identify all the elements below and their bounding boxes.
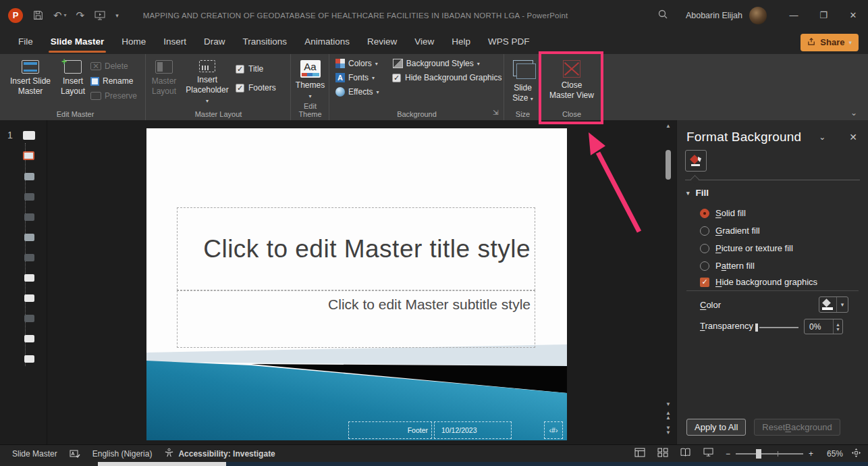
- color-dropdown-button[interactable]: ▾: [819, 296, 848, 313]
- tab-wps-pdf[interactable]: WPS PDF: [479, 30, 539, 54]
- layout-thumbnail[interactable]: [24, 294, 34, 302]
- tab-insert[interactable]: Insert: [155, 30, 195, 54]
- scroll-down-icon[interactable]: ▼: [663, 400, 674, 409]
- effects-button[interactable]: Effects▾: [335, 87, 379, 97]
- slide-sorter-icon[interactable]: [651, 448, 674, 459]
- spinner-arrows-icon[interactable]: ▲▼: [833, 319, 842, 334]
- colors-button[interactable]: Colors▾: [335, 59, 378, 68]
- pane-close-icon[interactable]: ✕: [843, 132, 859, 143]
- slide-size-button[interactable]: Slide Size ▾: [506, 57, 540, 104]
- solid-fill-radio[interactable]: Solid fill: [700, 208, 746, 218]
- layout-thumbnail[interactable]: [24, 213, 34, 221]
- footer-placeholder[interactable]: Footer: [348, 421, 432, 439]
- redo-icon[interactable]: ↷: [76, 9, 85, 22]
- scrollbar-thumb[interactable]: [666, 150, 671, 180]
- accessibility-status[interactable]: Accessibility: Investigate: [164, 448, 275, 460]
- checkbox-checked-icon: ✓: [236, 84, 244, 93]
- pane-options-chevron-icon[interactable]: ⌄: [813, 132, 832, 142]
- slider-thumb[interactable]: [755, 323, 758, 332]
- powerpoint-logo-icon[interactable]: P: [8, 8, 23, 23]
- tab-help[interactable]: Help: [443, 30, 479, 54]
- collapse-ribbon-icon[interactable]: ⌄: [850, 108, 857, 118]
- layout-thumbnail[interactable]: [24, 335, 34, 342]
- close-button[interactable]: ✕: [838, 0, 868, 30]
- pattern-fill-radio[interactable]: Pattern fill: [700, 261, 755, 271]
- group-label: Size: [505, 110, 541, 118]
- reading-view-icon[interactable]: [674, 448, 697, 459]
- fill-tab-button[interactable]: [685, 150, 707, 172]
- master-title-placeholder[interactable]: Click to edit Master title style: [177, 207, 535, 290]
- search-icon[interactable]: [640, 9, 686, 22]
- reset-background-button[interactable]: Reset Background: [754, 419, 840, 436]
- layout-thumbnail[interactable]: [24, 254, 34, 261]
- tab-transitions[interactable]: Transitions: [234, 30, 296, 54]
- tab-review[interactable]: Review: [358, 30, 406, 54]
- dialog-launcher-icon[interactable]: ⇲: [493, 109, 501, 118]
- save-icon[interactable]: [32, 9, 44, 21]
- slideshow-icon[interactable]: [697, 448, 720, 459]
- insert-layout-button[interactable]: + Insert Layout: [55, 57, 90, 97]
- page-number-placeholder[interactable]: ‹#›: [544, 421, 563, 439]
- close-master-view-button[interactable]: Close Master View: [545, 57, 598, 101]
- zoom-level[interactable]: 65%: [819, 449, 843, 459]
- apply-to-all-button[interactable]: Apply to All: [686, 419, 746, 436]
- master-layout-button[interactable]: Master Layout: [146, 57, 182, 97]
- language-status[interactable]: English (Nigeria): [92, 449, 153, 459]
- insert-placeholder-button[interactable]: Insert Placeholder ▾: [182, 57, 233, 106]
- background-styles-button[interactable]: Background Styles▾: [393, 59, 480, 68]
- start-slideshow-icon[interactable]: [94, 10, 106, 21]
- undo-icon[interactable]: ↶▾: [53, 9, 67, 22]
- master-subtitle-placeholder[interactable]: Click to edit Master subtitle style: [177, 290, 535, 348]
- delete-button[interactable]: ✕ Delete: [90, 61, 137, 71]
- fit-to-window-icon[interactable]: [851, 448, 861, 460]
- chevron-down-icon: ▾: [372, 75, 375, 81]
- layout-thumbnail[interactable]: [24, 234, 34, 241]
- tab-home[interactable]: Home: [113, 30, 155, 54]
- restore-button[interactable]: ❐: [809, 0, 838, 30]
- tab-view[interactable]: View: [406, 30, 443, 54]
- fill-section-header[interactable]: ▾ Fill: [686, 188, 709, 198]
- zoom-slider-thumb[interactable]: [756, 449, 761, 459]
- transparency-spinner[interactable]: 0% ▲▼: [804, 319, 843, 334]
- zoom-in-icon[interactable]: +: [809, 449, 813, 459]
- account-name[interactable]: Abobarin Elijah: [686, 11, 742, 20]
- title-checkbox[interactable]: ✓ Title: [236, 64, 276, 74]
- zoom-slider[interactable]: [736, 449, 803, 459]
- gradient-fill-radio[interactable]: Gradient fill: [700, 226, 760, 236]
- layout-thumbnail-selected[interactable]: [23, 151, 34, 160]
- next-slide-icon[interactable]: ▼▼: [663, 425, 674, 435]
- background-styles-icon: [393, 59, 403, 68]
- master-thumbnail[interactable]: [23, 131, 35, 140]
- hide-background-graphics-checkbox-pane[interactable]: ✓ Hide background graphics: [700, 277, 817, 287]
- insert-slide-master-button[interactable]: Insert Slide Master: [5, 57, 55, 97]
- layout-thumbnail[interactable]: [24, 274, 34, 282]
- spellcheck-icon[interactable]: [70, 449, 80, 459]
- preserve-button[interactable]: Preserve: [90, 91, 137, 101]
- zoom-out-icon[interactable]: −: [726, 449, 730, 459]
- normal-view-icon[interactable]: [628, 448, 651, 459]
- picture-fill-radio[interactable]: Picture or texture fill: [700, 243, 793, 253]
- minimize-button[interactable]: —: [779, 0, 809, 30]
- layout-thumbnail[interactable]: [24, 173, 34, 180]
- transparency-slider[interactable]: [755, 323, 798, 332]
- tab-animations[interactable]: Animations: [296, 30, 358, 54]
- scroll-up-icon[interactable]: ▲: [663, 122, 674, 131]
- layout-thumbnail[interactable]: [24, 355, 34, 363]
- tab-draw[interactable]: Draw: [195, 30, 234, 54]
- layout-thumbnail[interactable]: [24, 315, 34, 322]
- rename-button[interactable]: Rename: [90, 76, 137, 86]
- footers-checkbox[interactable]: ✓ Footers: [236, 83, 276, 93]
- customize-qat-icon[interactable]: ▾: [115, 12, 119, 19]
- group-close: Close Master View Close: [542, 54, 601, 120]
- fonts-button[interactable]: A Fonts▾: [335, 73, 375, 82]
- tab-file[interactable]: File: [9, 30, 42, 54]
- share-button[interactable]: Share ▾: [801, 34, 859, 51]
- group-label: Master Layout: [146, 110, 290, 118]
- hide-background-graphics-checkbox[interactable]: ✓ Hide Background Graphics: [392, 73, 501, 82]
- previous-slide-icon[interactable]: ▲▲: [663, 411, 674, 420]
- layout-thumbnail[interactable]: [24, 193, 34, 201]
- date-placeholder[interactable]: 10/12/2023: [434, 421, 512, 439]
- tab-slide-master[interactable]: Slide Master: [42, 30, 113, 54]
- avatar[interactable]: [749, 7, 767, 24]
- themes-button[interactable]: Aa Themes▾: [293, 57, 328, 101]
